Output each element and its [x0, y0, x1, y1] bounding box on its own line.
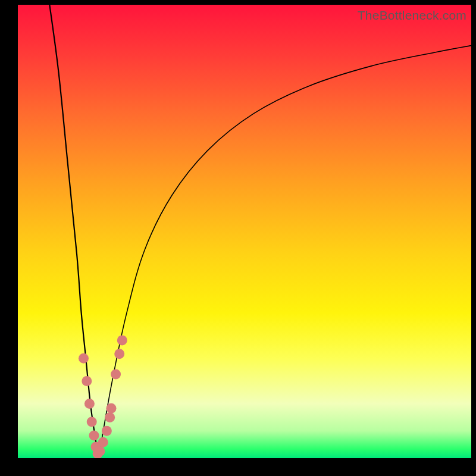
marker-dot	[114, 349, 124, 359]
chart-frame: TheBottleneck.com	[0, 0, 476, 476]
right-branch-curve	[99, 46, 471, 458]
marker-dot	[82, 376, 92, 386]
marker-dot	[98, 437, 108, 447]
marker-dot	[95, 446, 105, 456]
marker-dot	[106, 403, 116, 414]
marker-dot	[87, 417, 97, 427]
marker-dot	[84, 399, 95, 409]
marker-dot	[102, 426, 112, 436]
marker-dot	[111, 369, 121, 380]
marker-dot	[105, 412, 115, 422]
marker-dot	[79, 353, 89, 364]
curve-layer	[18, 5, 471, 458]
plot-area: TheBottleneck.com	[18, 5, 471, 458]
marker-dot	[117, 335, 127, 345]
marker-dot	[89, 430, 99, 440]
left-branch-curve	[49, 5, 98, 458]
